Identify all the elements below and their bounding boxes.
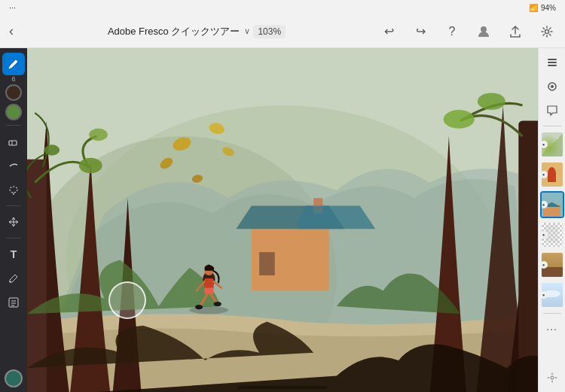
svg-point-22: [478, 93, 505, 111]
foreground-color[interactable]: [5, 84, 22, 101]
wifi-icon: 📶: [529, 4, 538, 12]
svg-point-21: [444, 110, 475, 129]
panel-settings-button[interactable]: [541, 366, 563, 389]
svg-point-1: [545, 29, 549, 33]
undo-button[interactable]: ↩: [377, 20, 401, 44]
layer-item-4[interactable]: ●: [540, 221, 564, 248]
comments-button[interactable]: [541, 99, 563, 122]
svg-point-43: [551, 85, 554, 88]
secondary-color[interactable]: [5, 104, 22, 120]
svg-rect-30: [204, 278, 213, 289]
svg-point-20: [44, 144, 60, 155]
svg-rect-17: [518, 120, 538, 392]
more-layers-button[interactable]: ···: [541, 318, 563, 340]
settings-button[interactable]: [535, 20, 559, 44]
move-tool[interactable]: [2, 211, 25, 233]
brush-tool[interactable]: [2, 53, 25, 75]
svg-rect-16: [27, 160, 47, 392]
layer-item-3[interactable]: ●: [540, 191, 564, 218]
smudge-tool[interactable]: [2, 154, 25, 177]
user-button[interactable]: [472, 20, 496, 44]
layer-visibility-3[interactable]: ●: [540, 201, 548, 208]
status-dots: ···: [9, 3, 16, 12]
brush-size: 6: [11, 75, 15, 83]
svg-point-35: [214, 302, 221, 306]
layer-item-1[interactable]: ●: [540, 131, 564, 158]
zoom-circle-overlay[interactable]: [108, 281, 146, 319]
svg-point-6: [10, 281, 11, 283]
eyedropper-tool[interactable]: [2, 267, 25, 290]
layer-visibility-1[interactable]: ●: [540, 141, 548, 148]
canvas-area[interactable]: [27, 48, 538, 392]
svg-rect-2: [9, 141, 17, 145]
panel-separator-2: [543, 313, 561, 314]
svg-point-4: [10, 187, 17, 193]
layer-item-6[interactable]: ●: [540, 281, 564, 308]
share-button[interactable]: [503, 20, 527, 44]
top-toolbar: ‹ Adobe Fresco クイックツアー ∨ 103% ↩ ↪ ?: [0, 15, 565, 48]
status-bar: ··· 📶 94%: [0, 0, 565, 15]
svg-point-44: [551, 376, 554, 379]
svg-rect-39: [548, 59, 557, 60]
separator-2: [6, 205, 21, 206]
svg-rect-40: [548, 62, 557, 63]
separator-1: [6, 125, 21, 126]
active-color-swatch[interactable]: [5, 369, 23, 387]
lasso-tool[interactable]: [2, 178, 25, 201]
svg-point-18: [79, 158, 102, 174]
title-chevron[interactable]: ∨: [244, 26, 250, 36]
layer-visibility-2[interactable]: ●: [540, 171, 548, 178]
main-area: 6 T: [0, 48, 565, 392]
battery-indicator: 94%: [541, 4, 556, 12]
back-button[interactable]: ‹: [6, 20, 17, 42]
panel-separator-1: [543, 126, 561, 126]
import-tool[interactable]: [2, 291, 25, 314]
layer-item-5[interactable]: ●: [540, 251, 564, 278]
svg-rect-41: [548, 65, 557, 66]
layer-item-2[interactable]: ●: [540, 161, 564, 188]
zoom-level[interactable]: 103%: [253, 25, 286, 38]
layers-panel-button[interactable]: [541, 51, 563, 74]
svg-point-38: [190, 306, 228, 314]
home-indicator: [237, 386, 328, 389]
redo-button[interactable]: ↪: [408, 20, 432, 44]
right-layers-panel: ● ● ● ● ●: [538, 48, 565, 392]
svg-point-0: [481, 26, 487, 32]
layer-visibility-6[interactable]: ●: [540, 291, 548, 299]
left-toolbar: 6 T: [0, 48, 27, 392]
layer-visibility-4[interactable]: ●: [540, 231, 548, 239]
svg-rect-31: [204, 287, 213, 293]
separator-3: [6, 238, 21, 239]
canvas-illustration: [27, 48, 538, 392]
help-button[interactable]: ?: [440, 20, 464, 44]
eraser-tool[interactable]: [2, 130, 25, 153]
document-title: Adobe Fresco クイックツアー: [108, 25, 240, 38]
svg-rect-13: [259, 252, 275, 275]
properties-panel-button[interactable]: [541, 75, 563, 98]
layer-visibility-5[interactable]: ●: [540, 261, 548, 269]
text-tool[interactable]: T: [2, 243, 25, 266]
svg-point-19: [89, 129, 108, 141]
